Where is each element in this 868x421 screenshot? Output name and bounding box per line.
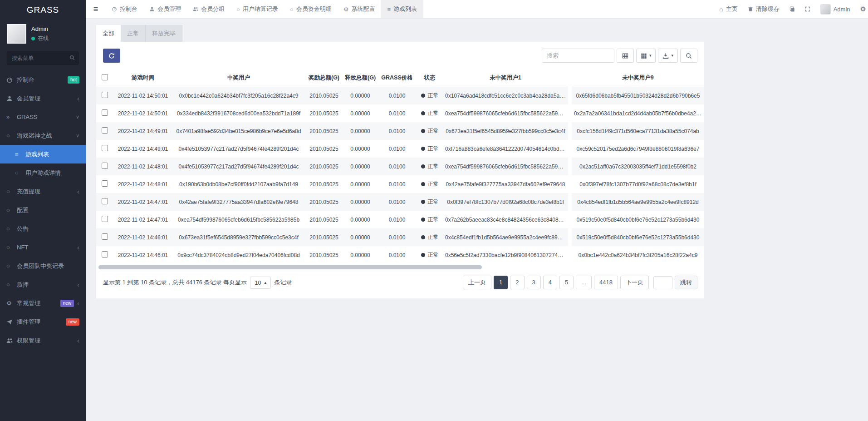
table-row[interactable]: 2022-11-02 14:46:01 0x9cc74dc3784024cb8d…: [96, 246, 704, 264]
page-button-3[interactable]: 3: [527, 276, 541, 289]
topnav-tab-label: 会员管理: [157, 5, 181, 13]
page-button-1[interactable]: 1: [494, 276, 508, 289]
topnav-tab-members[interactable]: 会员管理: [143, 0, 187, 18]
table-row[interactable]: 2022-11-02 14:48:01 0x4fe51053977c217ad2…: [96, 158, 704, 175]
per-page-select[interactable]: 10 ▴: [250, 277, 271, 289]
clear-cache-link[interactable]: 清除缓存: [743, 0, 785, 18]
sidebar-item-permission-management[interactable]: 权限管理 ‹: [0, 331, 86, 350]
header-reward[interactable]: 奖励总额(G): [305, 69, 343, 87]
row-checkbox[interactable]: [102, 127, 108, 134]
cell-status: 正常: [417, 246, 443, 264]
sidebar-item-team-winning-records[interactable]: ○ 会员团队中奖记录: [0, 257, 86, 275]
sidebar-item-user-game-detail[interactable]: ○ 用户游戏详情: [0, 163, 86, 182]
sidebar-item-recharge-withdraw[interactable]: ○ 充值提现 ‹: [0, 182, 86, 201]
sidebar-item-nft[interactable]: ○ NFT ‹: [0, 238, 86, 257]
table-row[interactable]: 2022-11-02 14:50:01 0x334edb8432f3916708…: [96, 104, 704, 122]
admin-menu[interactable]: Admin: [815, 0, 855, 18]
fullscreen-button[interactable]: [800, 0, 815, 18]
header-status[interactable]: 状态: [417, 69, 443, 87]
table-panel: ▾ ▾: [96, 42, 704, 298]
filter-tab-normal[interactable]: 正常: [121, 25, 146, 42]
table-row[interactable]: 2022-11-02 14:48:01 0x190b63b0db08be7cf9…: [96, 175, 704, 193]
header-price[interactable]: GRASS价格: [378, 69, 417, 87]
row-checkbox[interactable]: [102, 109, 108, 116]
header-released[interactable]: 释放总额(G): [343, 69, 378, 87]
topnav-tab-system-config[interactable]: ⚙ 系统配置: [338, 0, 381, 18]
toggle-view-button[interactable]: [617, 49, 634, 63]
home-link[interactable]: ⌂ 主页: [714, 0, 742, 18]
topnav-tab-label: 会员资金明细: [296, 5, 332, 13]
sidebar-item-game-list[interactable]: ≡ 游戏列表: [0, 145, 86, 163]
search-icon: [69, 55, 75, 60]
next-page-button[interactable]: 下一页: [620, 276, 649, 289]
table-row[interactable]: 2022-11-02 14:49:01 0x4fe51053977c217ad2…: [96, 140, 704, 158]
export-button[interactable]: ▾: [658, 49, 678, 63]
jump-button[interactable]: 跳转: [675, 276, 697, 289]
home-icon: ⌂: [719, 5, 723, 13]
scrollbar-thumb[interactable]: [98, 265, 482, 269]
cell-released: 0.00000: [343, 175, 378, 193]
user-avatar[interactable]: [7, 24, 26, 44]
status-dot-icon: [421, 253, 425, 257]
status-dot-icon: [421, 218, 425, 222]
row-checkbox[interactable]: [102, 180, 108, 187]
table-row[interactable]: 2022-11-02 14:49:01 0x7401a98fae592d34be…: [96, 122, 704, 140]
filter-tab-released[interactable]: 释放完毕: [146, 25, 182, 42]
refresh-button[interactable]: [103, 49, 120, 63]
sidebar-item-game-gods-war[interactable]: ○ 游戏诸神之战 ∨: [0, 126, 86, 145]
row-checkbox[interactable]: [102, 251, 108, 258]
cell-status: 正常: [417, 122, 443, 140]
sidebar-item-grass[interactable]: » GRASS ∨: [0, 108, 86, 126]
row-checkbox[interactable]: [102, 145, 108, 151]
header-loser1[interactable]: 未中奖用户1: [443, 69, 570, 87]
cell-game-time: 2022-11-02 14:47:01: [113, 193, 172, 211]
row-checkbox[interactable]: [102, 163, 108, 169]
page-button-2[interactable]: 2: [510, 276, 524, 289]
sidebar-item-plugin-management[interactable]: 插件管理 new: [0, 312, 86, 331]
sidebar-item-general-management[interactable]: ⚙ 常规管理 new ‹: [0, 294, 86, 312]
sidebar-item-dashboard[interactable]: 控制台 hot: [0, 70, 86, 89]
refresh-icon: [108, 53, 115, 59]
table-row[interactable]: 2022-11-02 14:46:01 0x673ea31f5ef6545d89…: [96, 228, 704, 246]
cell-loser9: 0x519c50e0f5d840cb0bf6e76e52c1273a55b6d4…: [570, 228, 704, 246]
sidebar-toggle-button[interactable]: ≡: [86, 0, 106, 18]
table-search-input[interactable]: [542, 49, 614, 63]
header-loser9[interactable]: 未中奖用户9: [570, 69, 704, 87]
table-row[interactable]: 2022-11-02 14:47:01 0x42ae75fafe9f327775…: [96, 193, 704, 211]
page-button-5[interactable]: 5: [559, 276, 574, 289]
copy-button[interactable]: [785, 0, 800, 18]
search-button[interactable]: [680, 49, 697, 63]
page-button-4[interactable]: 4: [543, 276, 557, 289]
select-all-checkbox[interactable]: [102, 74, 108, 80]
filter-tab-all[interactable]: 全部: [96, 25, 121, 42]
row-checkbox[interactable]: [102, 92, 108, 98]
row-checkbox[interactable]: [102, 216, 108, 222]
topnav-tab-fund-details[interactable]: ○ 会员资金明细: [284, 0, 338, 18]
sidebar-search-input[interactable]: [7, 51, 79, 65]
row-checkbox[interactable]: [102, 198, 108, 204]
topnav-tab-dashboard[interactable]: 控制台: [106, 0, 143, 18]
columns-button[interactable]: ▾: [636, 49, 656, 63]
topnav-tab-game-list[interactable]: ≡ 游戏列表: [381, 0, 423, 18]
prev-page-button[interactable]: 上一页: [463, 276, 491, 289]
cell-status: 正常: [417, 211, 443, 228]
header-winner[interactable]: 中奖用户: [172, 69, 305, 87]
row-checkbox[interactable]: [102, 233, 108, 240]
sidebar-item-announcement[interactable]: ○ 公告: [0, 219, 86, 238]
cell-released: 0.00000: [343, 246, 378, 264]
topnav-tab-settlement-records[interactable]: ○ 用户结算记录: [230, 0, 284, 18]
cell-loser9: 0x65fd6d06bab5fb45501b50324d28d2d6b790b6…: [570, 87, 704, 104]
settings-button[interactable]: ⚙: [855, 0, 868, 18]
jump-page-input[interactable]: [653, 276, 672, 289]
sidebar-item-staking[interactable]: ○ 质押 ‹: [0, 275, 86, 294]
page-button-last[interactable]: 4418: [594, 276, 618, 289]
header-game-time[interactable]: 游戏时间: [113, 69, 172, 87]
table-row[interactable]: 2022-11-02 14:50:01 0x0bc1e442c0a624b34b…: [96, 87, 704, 104]
user-icon: [149, 6, 155, 12]
topnav-tab-member-groups[interactable]: 会员分组: [187, 0, 230, 18]
cell-loser9: 0x0f397ef78fc1307b77d0f92a68c08c7de3ef8b…: [570, 175, 704, 193]
table-row[interactable]: 2022-11-02 14:47:01 0xea754df599876065cf…: [96, 211, 704, 228]
cell-status: 正常: [417, 104, 443, 122]
sidebar-item-members[interactable]: 会员管理 ‹: [0, 89, 86, 108]
sidebar-item-config[interactable]: ○ 配置: [0, 201, 86, 219]
